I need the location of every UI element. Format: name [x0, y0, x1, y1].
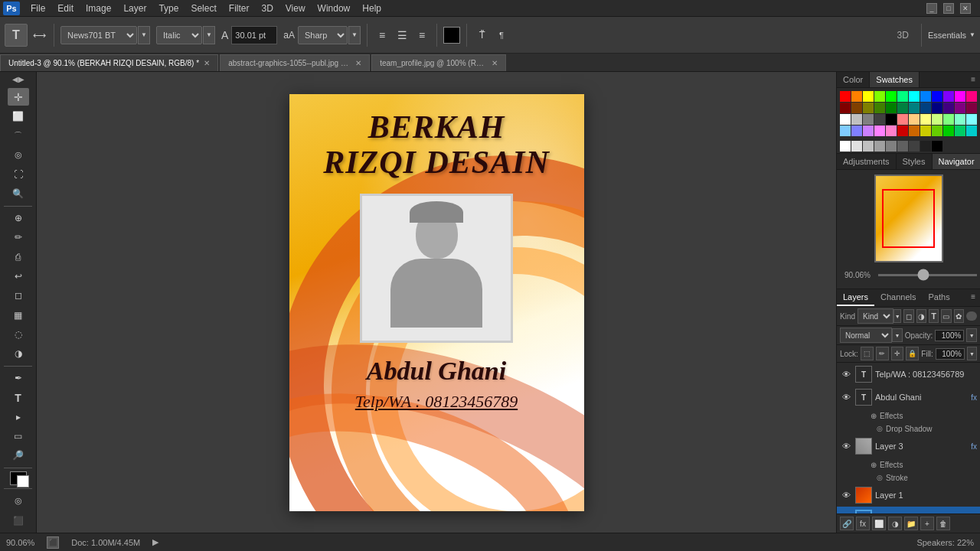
swatch-43[interactable] — [920, 126, 931, 136]
path-selection-tool[interactable]: ▸ — [8, 408, 29, 425]
tab-channels[interactable]: Channels — [874, 289, 922, 306]
menu-file[interactable]: File — [24, 0, 51, 16]
swatch-silver[interactable] — [863, 141, 874, 152]
minimize-button[interactable]: _ — [926, 3, 937, 14]
align-left-button[interactable]: ≡ — [374, 27, 390, 44]
filter-smart-icon[interactable]: ✿ — [954, 309, 964, 323]
swatch-19[interactable] — [920, 103, 931, 113]
lasso-tool[interactable]: ⌒ — [8, 127, 29, 145]
panel-close-icon[interactable]: ≡ — [966, 72, 980, 87]
menu-select[interactable]: Select — [185, 0, 222, 16]
new-layer-icon[interactable]: + — [920, 517, 934, 530]
character-panel-icon[interactable]: ¶ — [493, 27, 510, 44]
brush-tool[interactable]: ✏ — [8, 229, 29, 246]
swatch-20[interactable] — [932, 103, 942, 113]
zoom-tool[interactable]: 🔎 — [8, 447, 29, 465]
zoom-slider[interactable] — [878, 274, 977, 276]
layer-eye-name[interactable]: 👁 — [840, 391, 852, 403]
tab-2-close[interactable]: ✕ — [355, 59, 361, 67]
swatch-25[interactable] — [851, 114, 862, 125]
healing-brush-tool[interactable]: ⊕ — [8, 210, 29, 227]
swatch-white[interactable] — [840, 141, 851, 152]
fill-input[interactable] — [936, 348, 965, 360]
align-right-button[interactable]: ≡ — [413, 27, 430, 44]
opacity-input[interactable] — [935, 330, 964, 341]
swatch-15[interactable] — [874, 103, 885, 113]
collapse-icon[interactable]: ◀▶ — [12, 75, 24, 83]
swatch-9[interactable] — [943, 91, 954, 102]
swatch-34[interactable] — [955, 114, 965, 125]
swatch-45[interactable] — [943, 126, 954, 136]
link-layers-icon[interactable]: 🔗 — [840, 517, 854, 530]
swatch-26[interactable] — [863, 114, 874, 125]
swatch-33[interactable] — [943, 114, 954, 125]
text-direction-icon[interactable]: ⟷ — [31, 27, 47, 44]
blend-mode-arrow[interactable]: ▼ — [892, 328, 903, 342]
swatch-8[interactable] — [932, 91, 942, 102]
layer-row-name[interactable]: 👁 T Abdul Ghani fx — [837, 386, 980, 409]
text-tool-icon[interactable]: T — [5, 24, 28, 47]
layer-eye-3[interactable]: 👁 — [840, 440, 852, 452]
doc-info-arrow[interactable]: ▶ — [152, 537, 158, 547]
screen-mode-tool[interactable]: ⬛ — [8, 512, 29, 530]
anti-alias-select[interactable]: Sharp — [298, 26, 348, 44]
swatch-0[interactable] — [840, 91, 851, 102]
tab-paths[interactable]: Paths — [923, 289, 956, 306]
swatch-black[interactable] — [932, 141, 942, 152]
screen-mode-icon[interactable]: ⬛ — [47, 536, 59, 549]
swatch-5[interactable] — [897, 91, 908, 102]
tab-color[interactable]: Color — [837, 72, 870, 87]
font-style-select[interactable]: Italic — [156, 26, 202, 44]
layers-panel-menu[interactable]: ≡ — [966, 289, 980, 306]
swatch-47[interactable] — [966, 126, 977, 136]
menu-3d[interactable]: 3D — [255, 0, 279, 16]
swatch-light-gray[interactable] — [851, 141, 862, 152]
layer-row-1[interactable]: 👁 Layer 1 — [837, 484, 980, 507]
menu-window[interactable]: Window — [312, 0, 357, 16]
eyedropper-tool[interactable]: 🔍 — [8, 184, 29, 202]
swatch-31[interactable] — [920, 114, 931, 125]
gradient-tool[interactable]: ▦ — [8, 306, 29, 324]
font-family-select[interactable]: News701 BT — [60, 26, 137, 44]
swatch-14[interactable] — [863, 103, 874, 113]
swatch-38[interactable] — [863, 126, 874, 136]
font-family-arrow[interactable]: ▼ — [138, 26, 150, 44]
swatch-39[interactable] — [874, 126, 885, 136]
swatch-28[interactable] — [886, 114, 897, 125]
swatch-42[interactable] — [909, 126, 920, 136]
rectangle-select-tool[interactable]: ⬜ — [8, 107, 29, 125]
layer-row-berkah[interactable]: 👁 T BERKAH RIZQI DES... fx — [837, 507, 980, 514]
swatch-2[interactable] — [863, 91, 874, 102]
swatch-44[interactable] — [932, 126, 942, 136]
filter-type-icon[interactable]: T — [929, 309, 939, 323]
new-fill-icon[interactable]: ◑ — [888, 517, 902, 530]
swatch-36[interactable] — [840, 126, 851, 136]
lock-pixels-icon[interactable]: ⬚ — [861, 347, 874, 360]
filter-pixel-icon[interactable]: ◻ — [903, 309, 913, 323]
tab-styles[interactable]: Styles — [897, 154, 933, 169]
move-tool[interactable]: ✛ — [8, 88, 29, 106]
swatch-1[interactable] — [851, 91, 862, 102]
layer-styles-icon[interactable]: fx — [856, 517, 870, 530]
kind-select[interactable]: Kind — [858, 308, 893, 324]
foreground-color[interactable] — [10, 471, 27, 486]
filter-adjust-icon[interactable]: ◑ — [916, 309, 926, 323]
swatch-11[interactable] — [966, 91, 977, 102]
menu-layer[interactable]: Layer — [117, 0, 152, 16]
swatch-30[interactable] — [909, 114, 920, 125]
workspace-arrow[interactable]: ▼ — [969, 31, 975, 38]
swatch-32[interactable] — [932, 114, 942, 125]
lock-all-icon[interactable]: 🔒 — [906, 347, 919, 360]
swatch-27[interactable] — [874, 114, 885, 125]
opacity-arrow[interactable]: ▼ — [966, 328, 977, 342]
swatch-22[interactable] — [955, 103, 965, 113]
clone-stamp-tool[interactable]: ⎙ — [8, 248, 29, 266]
type-tool[interactable]: T — [8, 389, 29, 406]
menu-filter[interactable]: Filter — [223, 0, 256, 16]
tab-3[interactable]: team_profile.jpg @ 100% (RGB/8... ✕ — [371, 54, 506, 71]
delete-layer-icon[interactable]: 🗑 — [936, 517, 950, 530]
filter-shape-icon[interactable]: ▭ — [941, 309, 951, 323]
tab-2[interactable]: abstract-graphics-1055--publ.jpg @ 100% … — [220, 54, 370, 71]
anti-alias-arrow[interactable]: ▼ — [348, 26, 361, 44]
layer-row-3[interactable]: 👁 Layer 3 fx — [837, 435, 980, 458]
